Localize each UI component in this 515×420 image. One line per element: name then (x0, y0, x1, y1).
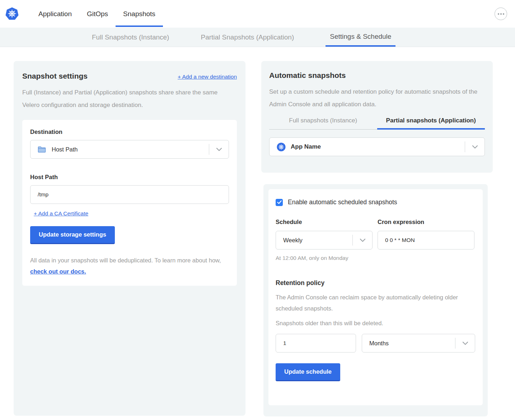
cron-readable-text: At 12:00 AM, only on Monday (276, 255, 373, 261)
destination-selected-value: Host Path (52, 146, 78, 153)
add-new-destination-link[interactable]: + Add a new destination (178, 74, 237, 80)
folder-icon (38, 146, 46, 153)
schedule-label: Schedule (276, 219, 373, 225)
host-path-label: Host Path (30, 174, 229, 181)
docs-link[interactable]: check out our docs. (30, 268, 86, 275)
retention-hint: Snapshots older than this will be delete… (276, 320, 476, 327)
nav-item-gitops[interactable]: GitOps (87, 0, 108, 28)
enable-snapshots-label: Enable automatic scheduled snapshots (288, 199, 397, 206)
enable-snapshots-checkbox[interactable] (276, 199, 283, 206)
retention-policy-title: Retention policy (276, 279, 476, 287)
snapshot-type-tabs: Full snapshots (Instance) Partial snapsh… (269, 117, 485, 130)
main-content: Snapshot settings + Add a new destinatio… (0, 47, 515, 416)
retention-unit-value: Months (369, 340, 389, 347)
schedule-interval-value: Weekly (283, 237, 303, 244)
snapshot-settings-title: Snapshot settings (22, 72, 88, 80)
automatic-snapshots-description: Set up a custom schedule and retention p… (269, 85, 479, 111)
app-select[interactable]: App Name (269, 137, 485, 156)
schedule-interval-select[interactable]: Weekly (276, 231, 373, 249)
update-storage-settings-button[interactable]: Update storage settings (30, 226, 115, 244)
schedule-settings-card: Enable automatic scheduled snapshots Sch… (263, 184, 488, 416)
right-column: Automatic snapshots Set up a custom sche… (261, 61, 493, 416)
ellipsis-icon (498, 13, 499, 15)
nav-item-application[interactable]: Application (38, 0, 72, 28)
ellipsis-icon (500, 13, 502, 15)
retention-policy-description: The Admin Console can reclaim space by a… (276, 292, 471, 314)
kubernetes-logo-icon[interactable] (5, 7, 19, 20)
update-schedule-button[interactable]: Update schedule (276, 363, 340, 381)
snapshot-settings-card: Snapshot settings + Add a new destinatio… (14, 61, 245, 416)
nav-item-snapshots[interactable]: Snapshots (123, 0, 155, 28)
cron-expression-input[interactable] (378, 231, 474, 249)
tab-partial-snapshots[interactable]: Partial snapshots (Application) (377, 117, 485, 130)
schedule-form: Enable automatic scheduled snapshots Sch… (268, 189, 483, 405)
app-select-value: App Name (291, 143, 321, 150)
overflow-menu-button[interactable] (495, 8, 507, 20)
storage-destination-form: Destination Host Path Host Path + Ad (22, 120, 237, 286)
dedup-note: All data in your snapshots will be dedup… (30, 255, 229, 277)
chevron-down-icon (455, 341, 475, 345)
destination-select[interactable]: Host Path (30, 140, 229, 159)
chevron-down-icon (465, 145, 484, 149)
ellipsis-icon (503, 13, 504, 15)
snapshots-subnav: Full Snapshots (Instance) Partial Snapsh… (0, 28, 515, 47)
tab-settings-schedule[interactable]: Settings & Schedule (326, 28, 395, 47)
tab-full-snapshots-instance[interactable]: Full Snapshots (Instance) (92, 28, 169, 47)
app-icon (277, 143, 286, 151)
retention-value-input[interactable] (276, 334, 356, 353)
tab-full-snapshots[interactable]: Full snapshots (Instance) (269, 117, 377, 130)
snapshot-settings-description: Full (Instance) and Partial (Application… (22, 86, 230, 111)
cron-expression-label: Cron expression (378, 219, 474, 225)
chevron-down-icon (353, 238, 372, 242)
dedup-note-text: All data in your snapshots will be dedup… (30, 257, 221, 263)
add-ca-certificate-link[interactable]: + Add a CA Certificate (34, 210, 88, 217)
destination-label: Destination (30, 129, 229, 135)
automatic-snapshots-title: Automatic snapshots (269, 71, 485, 80)
chevron-down-icon (209, 148, 229, 151)
automatic-snapshots-card: Automatic snapshots Set up a custom sche… (261, 61, 493, 173)
host-path-input[interactable] (30, 185, 229, 204)
tab-partial-snapshots-application[interactable]: Partial Snapshots (Application) (201, 28, 294, 47)
retention-unit-select[interactable]: Months (362, 334, 475, 353)
top-nav: Application GitOps Snapshots (0, 0, 515, 28)
